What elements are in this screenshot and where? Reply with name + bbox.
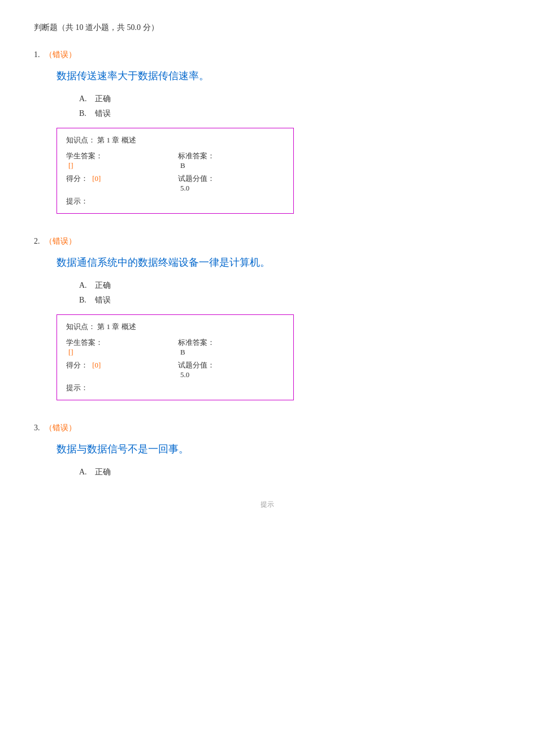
- q3-options: A. 正确: [79, 467, 500, 477]
- q3-text: 数据与数据信号不是一回事。: [57, 442, 500, 456]
- q1-knowledge-row: 知识点： 第 1 章 概述: [66, 135, 284, 145]
- q2-question-score-label: 试题分值：: [178, 361, 215, 369]
- q1-question-score-label: 试题分值：: [178, 174, 215, 183]
- q1-answers-grid: 学生答案： [] 标准答案： B 得分： [0] 试题分值： 5.0: [66, 151, 284, 193]
- q3-status: （错误）: [45, 423, 76, 433]
- q2-hint-row: 提示：: [66, 383, 284, 393]
- q2-score-label: 得分：: [66, 361, 88, 369]
- q2-answers-grid: 学生答案： [] 标准答案： B 得分： [0] 试题分值： 5.0: [66, 338, 284, 379]
- q1-knowledge-label: 知识点：: [66, 136, 95, 144]
- q2-standard-answer-value: B: [180, 348, 185, 356]
- q1-standard-answer-cell: 标准答案： B: [178, 151, 284, 170]
- q1-option-b-text: 错误: [95, 109, 111, 119]
- q3-number: 3.: [34, 424, 40, 433]
- q2-score-cell: 得分： [0]: [66, 360, 172, 379]
- question-block-2: 2. （错误） 数据通信系统中的数据终端设备一律是计算机。 A. 正确 B. 错…: [34, 236, 500, 400]
- q2-standard-answer-cell: 标准答案： B: [178, 338, 284, 357]
- q1-hint-row: 提示：: [66, 196, 284, 206]
- list-item: A. 正确: [79, 94, 500, 104]
- q3-option-a-label: A.: [79, 468, 90, 477]
- q1-question-score-cell: 试题分值： 5.0: [178, 174, 284, 193]
- q1-option-b-label: B.: [79, 109, 90, 118]
- q2-question-score-cell: 试题分值： 5.0: [178, 360, 284, 379]
- q1-student-answer-label: 学生答案：: [66, 152, 103, 160]
- list-item: B. 错误: [79, 295, 500, 305]
- q2-status: （错误）: [45, 236, 76, 247]
- question-block-3: 3. （错误） 数据与数据信号不是一回事。 A. 正确: [34, 423, 500, 477]
- q2-knowledge-row: 知识点： 第 1 章 概述: [66, 322, 284, 332]
- q2-student-answer-label: 学生答案：: [66, 338, 103, 347]
- list-item: B. 错误: [79, 109, 500, 119]
- q1-question-score-value: 5.0: [180, 184, 189, 192]
- section-title: 判断题（共 10 道小题，共 50.0 分）: [34, 23, 500, 33]
- q2-options: A. 正确 B. 错误: [79, 280, 500, 305]
- q1-score-cell: 得分： [0]: [66, 174, 172, 193]
- q1-info-box: 知识点： 第 1 章 概述 学生答案： [] 标准答案： B 得分： [0] 试…: [57, 128, 294, 214]
- q1-score-value: [0]: [92, 174, 101, 183]
- q1-student-answer-cell: 学生答案： []: [66, 151, 172, 170]
- q2-number: 2.: [34, 237, 40, 246]
- q1-option-a-text: 正确: [95, 94, 111, 104]
- q1-hint-label: 提示：: [66, 197, 88, 205]
- q2-option-b-text: 错误: [95, 295, 111, 305]
- question-number-1: 1. （错误）: [34, 50, 500, 60]
- q2-standard-answer-label: 标准答案：: [178, 338, 215, 347]
- q1-options: A. 正确 B. 错误: [79, 94, 500, 119]
- q2-hint-label: 提示：: [66, 383, 88, 392]
- q1-standard-answer-label: 标准答案：: [178, 152, 215, 160]
- q1-number: 1.: [34, 50, 40, 59]
- q2-text: 数据通信系统中的数据终端设备一律是计算机。: [57, 256, 500, 269]
- q1-knowledge-value: 第 1 章 概述: [97, 136, 136, 144]
- q2-option-b-label: B.: [79, 296, 90, 305]
- q2-option-a-text: 正确: [95, 280, 111, 291]
- q1-status: （错误）: [45, 50, 76, 60]
- q2-knowledge-value: 第 1 章 概述: [97, 322, 136, 331]
- question-number-2: 2. （错误）: [34, 236, 500, 247]
- q1-standard-answer-value: B: [180, 161, 185, 170]
- q2-question-score-value: 5.0: [180, 370, 189, 379]
- q2-student-answer-value: []: [68, 348, 73, 356]
- q1-score-label: 得分：: [66, 174, 88, 183]
- q3-option-a-text: 正确: [95, 467, 111, 477]
- question-block-1: 1. （错误） 数据传送速率大于数据传信速率。 A. 正确 B. 错误 知识点：…: [34, 50, 500, 214]
- q1-option-a-label: A.: [79, 94, 90, 103]
- q2-score-value: [0]: [92, 361, 101, 369]
- list-item: A. 正确: [79, 280, 500, 291]
- q2-info-box: 知识点： 第 1 章 概述 学生答案： [] 标准答案： B 得分： [0] 试…: [57, 314, 294, 400]
- list-item: A. 正确: [79, 467, 500, 477]
- page-footer: 提示: [34, 500, 500, 509]
- q2-student-answer-cell: 学生答案： []: [66, 338, 172, 357]
- q2-knowledge-label: 知识点：: [66, 322, 95, 331]
- question-number-3: 3. （错误）: [34, 423, 500, 433]
- q1-text: 数据传送速率大于数据传信速率。: [57, 69, 500, 83]
- q1-student-answer-value: []: [68, 161, 73, 170]
- q2-option-a-label: A.: [79, 281, 90, 290]
